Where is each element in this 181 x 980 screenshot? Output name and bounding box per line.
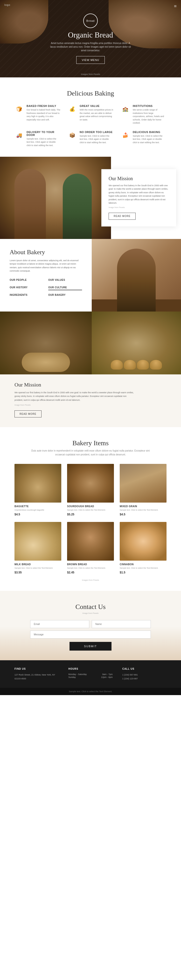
name-field[interactable] <box>92 620 151 628</box>
footer-find-us-title: FIND US <box>14 668 59 670</box>
mission-text: We opened our first bakery in the South … <box>109 184 169 205</box>
hero-title: Organic Bread <box>49 30 132 40</box>
item-cinnabon: CINNABON Sample text. Click to select th… <box>120 522 167 574</box>
item-price: $2.45 <box>67 571 114 574</box>
about-text: Lorem ipsum dolor sit amet, consectetur … <box>9 259 82 273</box>
feature-no-order-too-large: 📦 NO ORDER TOO LARGE Sample text. Click … <box>68 130 113 147</box>
mission2-section: Our Mission We opened our first bakery i… <box>0 312 181 427</box>
baguette-photo <box>14 464 61 503</box>
item-name: MIXED GRAIN <box>120 505 167 508</box>
item-milk-bread: MILK BREAD Sample text. Click to select … <box>14 522 61 574</box>
mission2-paragraph: We opened our first bakery in the South … <box>14 391 135 402</box>
feature-title: GREAT VALUE <box>80 105 113 107</box>
mission-photo-left <box>0 157 111 239</box>
view-menu-button[interactable]: VIEW MENU <box>76 56 105 64</box>
hours-days: Monday - Saturday <box>68 673 87 676</box>
item-desc: Sample text. Click to select the Text El… <box>120 567 167 570</box>
contact-title: Contact Us <box>14 603 167 611</box>
hamburger-icon[interactable]: ≡ <box>174 3 177 9</box>
croissant <box>137 360 149 369</box>
feature-delicious-baking: 🍰 DELICIOUS BAKING Sample text. Click to… <box>121 130 167 147</box>
footer-address: 127 Rock Street, 21 Abitow, New York, NY… <box>14 673 59 681</box>
bakery-items-section: Bakery Items Duis aute irure dolor in re… <box>0 427 181 591</box>
hero-description: Amet luctus venenatis lectus magna fring… <box>49 41 132 52</box>
item-name: BROWN BREAD <box>67 563 114 566</box>
about-title: About Bakery <box>9 249 82 256</box>
item-desc: Sample text. Click to select the Text El… <box>67 509 114 512</box>
hero-section: logo ≡ Bread Organic Bread Amet luctus v… <box>0 0 181 77</box>
feature-desc: With the most competitive prices in the … <box>80 108 113 121</box>
item-baguette: BAGUETTE Unpretentious sourdough baguett… <box>14 464 61 516</box>
institution-icon: 🏫 <box>121 105 130 114</box>
feature-institutions: 🏫 INSTITUTIONS We serve a wide range of … <box>121 105 167 125</box>
feature-desc: Sample text. Click to select the text bo… <box>80 134 113 145</box>
email-field[interactable] <box>30 620 89 628</box>
read-more-button[interactable]: READ MORE <box>109 213 135 220</box>
hands-bread <box>22 353 70 372</box>
item-name: MILK BREAD <box>14 563 61 566</box>
bakery-items-title: Bakery Items <box>14 439 167 447</box>
croissants-display <box>111 360 162 369</box>
hours-days: Sunday <box>68 676 76 678</box>
features-grid: 🍞 BAKED FRESH DAILY Our bread is baked f… <box>14 105 167 147</box>
footer-bottom-text: Sample text. Click to select the Text El… <box>69 690 112 693</box>
contact-form: SUBMIT <box>14 620 167 651</box>
item-name: BAGUETTE <box>14 505 61 508</box>
person-left <box>14 169 46 239</box>
about-link-ingredients[interactable]: INGREDIENTS <box>9 293 43 298</box>
item-desc: Sample text. Click to select the Text El… <box>14 567 61 570</box>
about-link-culture[interactable]: OUR CULTURE <box>48 285 82 290</box>
about-section: About Bakery Lorem ipsum dolor sit amet,… <box>0 239 181 312</box>
item-desc: Unpretentious sourdough baguette <box>14 509 61 512</box>
submit-button[interactable]: SUBMIT <box>69 642 112 651</box>
feature-great-value: 💰 GREAT VALUE With the most competitive … <box>68 105 113 125</box>
item-price: $5.25 <box>67 513 114 516</box>
about-links: OUR PEOPLE OUR VALUES OUR HISTORY OUR CU… <box>9 278 82 298</box>
feature-title: INSTITUTIONS <box>133 105 167 107</box>
mission-photo-section: Our Mission We opened our first bakery i… <box>0 157 181 239</box>
item-mixed-grain: MIXED GRAIN Sample text. Click to select… <box>120 464 167 516</box>
brand-logo: Bread <box>83 14 98 28</box>
about-link-values[interactable]: OUR VALUES <box>48 278 82 283</box>
footer-call-us: CALL US 1 (234) 567-891 1 (234) 123-997 <box>122 668 167 681</box>
milk-bread-photo <box>14 522 61 561</box>
contact-section: Contact Us Image from Pexels SUBMIT <box>0 591 181 660</box>
footer-phone-1: 1 (234) 567-891 <box>122 673 167 677</box>
bread-icon: 🍞 <box>14 105 24 114</box>
mission-title: Our Mission <box>109 176 169 181</box>
feature-title: DELICIOUS BAKING <box>133 130 167 134</box>
sourdough-photo <box>67 464 114 503</box>
feature-desc: Our bread is baked fresh daily. The fres… <box>27 108 60 121</box>
footer: FIND US 127 Rock Street, 21 Abitow, New … <box>0 660 181 688</box>
croissant <box>124 360 136 369</box>
items-credit: Images from Pexels <box>14 579 167 581</box>
hours-row-weekday: Monday - Saturday 9am - 7pm <box>68 673 112 676</box>
item-price: $4.5 <box>14 513 61 516</box>
hours-row-sunday: Sunday 12pm - 6pm <box>68 676 112 678</box>
croissant <box>111 360 123 369</box>
items-grid: BAGUETTE Unpretentious sourdough baguett… <box>14 464 167 574</box>
mission2-photos <box>0 312 181 374</box>
about-link-history[interactable]: OUR HISTORY <box>9 285 43 290</box>
feature-desc: We serve a wide range of institutions fr… <box>133 108 167 125</box>
footer-hours-title: HOURS <box>68 668 112 670</box>
feature-title: BAKED FRESH DAILY <box>27 105 60 107</box>
message-field[interactable] <box>30 630 151 638</box>
mission-card: Our Mission We opened our first bakery i… <box>101 169 176 226</box>
mission2-read-more-button[interactable]: READ MORE <box>14 410 41 417</box>
item-price: $1.5 <box>120 571 167 574</box>
about-link-bakery[interactable]: OUR BAKERY <box>48 293 82 298</box>
contact-credit: Image from Pexels <box>14 612 167 614</box>
mission2-credit: Image from Pexels <box>14 403 135 407</box>
logo-text: Bread <box>87 19 94 22</box>
person-right <box>63 173 92 239</box>
baker-figure <box>117 249 156 312</box>
hero-credit: Images from Pexels <box>81 73 100 75</box>
item-sourdough: SOURDOUGH BREAD Sample text. Click to se… <box>67 464 114 516</box>
about-link-people[interactable]: OUR PEOPLE <box>9 278 43 283</box>
baking-title: Delicious Baking <box>14 89 167 97</box>
about-right-photo <box>92 239 181 312</box>
mission2-photo1 <box>0 312 92 374</box>
mission-credit: Image from Pexels <box>109 206 169 210</box>
about-left: About Bakery Lorem ipsum dolor sit amet,… <box>0 239 92 312</box>
